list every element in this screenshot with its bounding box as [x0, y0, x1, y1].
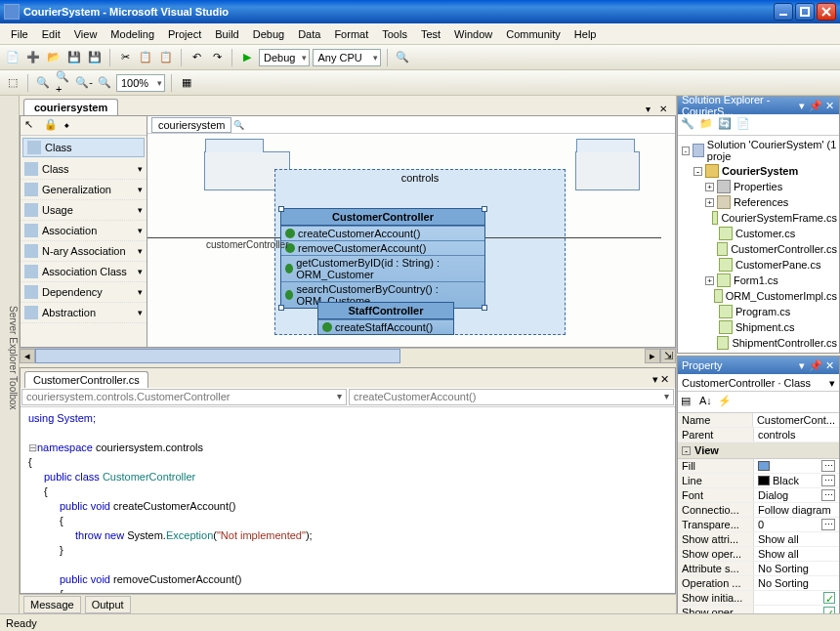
- menu-window[interactable]: Window: [447, 25, 499, 43]
- tool-icon[interactable]: ⬚: [4, 74, 21, 92]
- panel-dropdown-icon[interactable]: ▾: [796, 359, 808, 371]
- breadcrumb-search-icon[interactable]: 🔍: [233, 120, 244, 130]
- class-staff-controller[interactable]: StaffController createStaffAccount(): [317, 302, 454, 335]
- method-row[interactable]: getCustomerByID(id : String) : ORM_Custo…: [281, 255, 484, 281]
- prop-row[interactable]: NameCustomerCont...: [678, 413, 839, 428]
- menu-tools[interactable]: Tools: [375, 25, 414, 43]
- doc-tab-dropdown-icon[interactable]: ▾: [641, 102, 654, 115]
- paste-icon[interactable]: 📋: [157, 49, 175, 66]
- toolbox-item[interactable]: N-ary Association▾: [21, 241, 147, 262]
- menu-project[interactable]: Project: [161, 25, 208, 43]
- menu-debug[interactable]: Debug: [246, 25, 291, 43]
- code-tab-dropdown-icon[interactable]: ▾: [652, 373, 658, 386]
- scroll-right-icon[interactable]: ▸: [645, 349, 660, 363]
- prop-row[interactable]: Show oper...Show all: [678, 547, 839, 562]
- tree-file[interactable]: CustomerPane.cs: [680, 257, 837, 273]
- tree-file[interactable]: CourierSystemFrame.cs: [680, 210, 837, 226]
- property-selector[interactable]: CustomerController · Class: [678, 374, 839, 392]
- config-combo[interactable]: Debug: [259, 49, 310, 66]
- pointer-icon[interactable]: ↖: [24, 118, 40, 134]
- prop-row[interactable]: Parentcontrols: [678, 428, 839, 442]
- diagram-canvas[interactable]: couriersystem 🔍 controls CustomerControl…: [147, 116, 675, 347]
- code-nav-member-combo[interactable]: createCustomerAccount(): [349, 389, 674, 405]
- menu-test[interactable]: Test: [414, 25, 447, 43]
- copy-icon[interactable]: 📋: [137, 49, 154, 66]
- toolbox-item[interactable]: Generalization▾: [21, 180, 147, 200]
- zoom-out-icon[interactable]: 🔍-: [75, 74, 93, 92]
- tree-file[interactable]: CustomerController.cs: [680, 241, 837, 257]
- tool-menu-icon[interactable]: ⬥: [63, 118, 79, 134]
- class-customer-controller[interactable]: CustomerController createCustomerAccount…: [280, 208, 485, 309]
- toolbox-item[interactable]: Usage▾: [21, 200, 147, 221]
- property-grid[interactable]: NameCustomerCont...Parentcontrols-ViewFi…: [678, 413, 839, 620]
- panel-close-icon[interactable]: ✕: [823, 100, 835, 111]
- tab-message[interactable]: Message: [23, 596, 81, 613]
- find-icon[interactable]: 🔍: [394, 49, 411, 66]
- code-nav-class-combo[interactable]: couriersystem.controls.CustomerControlle…: [21, 389, 347, 405]
- menu-view[interactable]: View: [67, 25, 105, 43]
- prop-row[interactable]: Attribute s...No Sorting: [678, 562, 839, 576]
- method-row[interactable]: removeCustomerAccount(): [281, 240, 484, 255]
- toolbox-category[interactable]: Class: [22, 138, 145, 157]
- property-header[interactable]: Property ▾ 📌 ✕: [678, 357, 839, 374]
- prop-row[interactable]: Show initia...✓: [678, 591, 839, 606]
- prop-row[interactable]: Show attri...Show all: [678, 532, 839, 547]
- menu-file[interactable]: File: [4, 25, 35, 43]
- connector-right[interactable]: [485, 237, 661, 238]
- platform-combo[interactable]: Any CPU: [313, 49, 381, 66]
- code-editor[interactable]: using System; ⊟namespace couriersystem.c…: [21, 407, 675, 593]
- pkg-right[interactable]: [575, 151, 640, 190]
- start-debug-icon[interactable]: ▶: [238, 49, 256, 66]
- categorize-icon[interactable]: ▤: [681, 395, 696, 410]
- tree-file[interactable]: +Form1.cs: [680, 273, 837, 288]
- split-icon[interactable]: ⇲: [660, 349, 676, 363]
- view-code-icon[interactable]: 📄: [736, 117, 752, 133]
- show-all-icon[interactable]: 📁: [699, 117, 715, 133]
- expand-icon[interactable]: +: [705, 276, 714, 285]
- expand-icon[interactable]: -: [693, 167, 702, 176]
- zoom-fit-icon[interactable]: 🔍: [34, 74, 52, 92]
- diagram-hscroll[interactable]: ◂ ▸ ⇲: [20, 348, 676, 363]
- new-project-icon[interactable]: 📄: [4, 49, 21, 66]
- scroll-left-icon[interactable]: ◂: [20, 349, 35, 363]
- solution-tree[interactable]: -Solution 'CourierSystem' (1 proje -Cour…: [678, 136, 839, 353]
- tab-output[interactable]: Output: [85, 596, 131, 613]
- menu-community[interactable]: Community: [499, 25, 567, 43]
- expand-icon[interactable]: -: [682, 147, 690, 155]
- menu-edit[interactable]: Edit: [35, 25, 67, 43]
- minimize-button[interactable]: [774, 3, 793, 21]
- prop-row[interactable]: FontDialog⋯: [678, 488, 839, 503]
- menu-build[interactable]: Build: [208, 25, 245, 43]
- left-dock-tabs[interactable]: Server Explorer Toolbox: [0, 96, 20, 613]
- lock-icon[interactable]: 🔒: [44, 118, 60, 134]
- tree-file[interactable]: ORM_CustomerImpl.cs: [680, 288, 837, 304]
- menu-help[interactable]: Help: [567, 25, 604, 43]
- panel-pin-icon[interactable]: 📌: [810, 100, 821, 111]
- toolbox-item[interactable]: Class▾: [21, 159, 147, 180]
- toolbox-item[interactable]: Association▾: [21, 221, 147, 241]
- zoom-combo[interactable]: 100%: [116, 74, 165, 92]
- save-icon[interactable]: 💾: [65, 49, 83, 66]
- close-button[interactable]: [817, 3, 836, 21]
- doc-tab-model[interactable]: couriersystem: [23, 99, 118, 115]
- grid-icon[interactable]: ▦: [178, 74, 195, 92]
- connector-left[interactable]: [147, 237, 280, 238]
- tree-file[interactable]: ShipmentController.cs: [680, 335, 837, 351]
- prop-row[interactable]: Transpare...0⋯: [678, 518, 839, 532]
- code-tab-close-icon[interactable]: ✕: [660, 373, 669, 386]
- breadcrumb[interactable]: couriersystem: [151, 117, 231, 133]
- undo-icon[interactable]: ↶: [188, 49, 205, 66]
- solution-explorer-header[interactable]: Solution Explorer - CourierS... ▾ 📌 ✕: [678, 97, 839, 114]
- toolbox-item[interactable]: Abstraction▾: [21, 303, 147, 323]
- properties-icon[interactable]: 🔧: [681, 117, 696, 133]
- events-icon[interactable]: ⚡: [718, 395, 734, 410]
- prop-row[interactable]: Operation ...No Sorting: [678, 576, 839, 591]
- zoom-in-icon[interactable]: 🔍+: [55, 74, 72, 92]
- method-row[interactable]: createCustomerAccount(): [281, 226, 484, 240]
- zoom-100-icon[interactable]: 🔍: [96, 74, 113, 92]
- tree-file[interactable]: Shipment.cs: [680, 319, 837, 335]
- menu-data[interactable]: Data: [291, 25, 327, 43]
- add-item-icon[interactable]: ➕: [24, 49, 42, 66]
- menu-modeling[interactable]: Modeling: [104, 25, 161, 43]
- cut-icon[interactable]: ✂: [116, 49, 134, 66]
